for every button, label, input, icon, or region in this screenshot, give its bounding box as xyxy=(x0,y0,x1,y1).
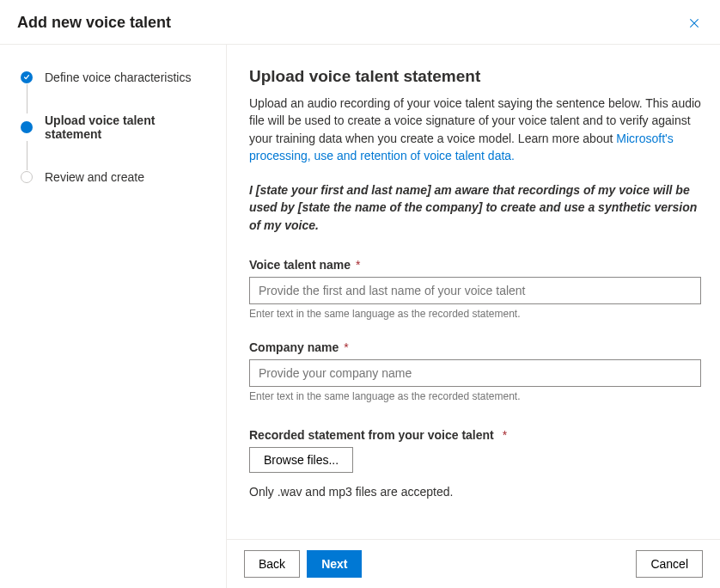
step-define-characteristics[interactable]: Define voice characteristics xyxy=(21,70,209,84)
wizard-stepper: Define voice characteristics Upload voic… xyxy=(0,45,227,588)
step-upload-statement[interactable]: Upload voice talent statement xyxy=(21,113,209,141)
close-button[interactable] xyxy=(686,15,703,32)
company-name-hint: Enter text in the same language as the r… xyxy=(249,390,701,402)
back-button[interactable]: Back xyxy=(244,550,300,578)
dialog-header: Add new voice talent xyxy=(0,0,720,45)
dialog-body: Define voice characteristics Upload voic… xyxy=(0,45,720,588)
voice-talent-name-input[interactable] xyxy=(249,277,701,304)
content-panel: Upload voice talent statement Upload an … xyxy=(227,45,720,539)
step-label: Upload voice talent statement xyxy=(45,113,209,141)
company-name-label: Company name * xyxy=(249,340,701,354)
step-connector xyxy=(27,141,27,170)
recorded-statement-label: Recorded statement from your voice talen… xyxy=(249,428,701,442)
required-marker: * xyxy=(356,258,360,272)
cancel-button[interactable]: Cancel xyxy=(636,550,703,578)
required-marker: * xyxy=(503,428,507,442)
field-voice-talent-name: Voice talent name * Enter text in the sa… xyxy=(249,258,701,320)
page-heading: Upload voice talent statement xyxy=(249,67,701,86)
step-review-create[interactable]: Review and create xyxy=(21,170,209,184)
label-text: Voice talent name xyxy=(249,258,351,272)
intro-text: Upload an audio recording of your voice … xyxy=(249,95,701,164)
step-connector xyxy=(27,84,27,113)
label-text: Company name xyxy=(249,340,339,354)
statement-text: I [state your first and last name] am aw… xyxy=(249,181,701,234)
field-company-name: Company name * Enter text in the same la… xyxy=(249,340,701,402)
pending-step-icon xyxy=(21,171,33,183)
field-recorded-statement: Recorded statement from your voice talen… xyxy=(249,428,701,499)
required-marker: * xyxy=(344,340,348,354)
voice-talent-name-hint: Enter text in the same language as the r… xyxy=(249,308,701,320)
next-button[interactable]: Next xyxy=(307,550,362,578)
main-area: Upload voice talent statement Upload an … xyxy=(227,45,720,588)
check-circle-icon xyxy=(21,71,33,83)
company-name-input[interactable] xyxy=(249,359,701,387)
wizard-footer: Back Next Cancel xyxy=(227,539,720,588)
label-text: Recorded statement from your voice talen… xyxy=(249,428,494,442)
file-format-hint: Only .wav and mp3 files are accepted. xyxy=(249,485,701,499)
dialog-title: Add new voice talent xyxy=(17,14,171,32)
footer-left-buttons: Back Next xyxy=(244,550,362,578)
current-step-icon xyxy=(21,121,33,133)
browse-files-button[interactable]: Browse files... xyxy=(249,447,353,473)
step-label: Review and create xyxy=(45,170,144,184)
close-icon xyxy=(688,17,700,29)
step-label: Define voice characteristics xyxy=(45,70,191,84)
voice-talent-name-label: Voice talent name * xyxy=(249,258,701,272)
